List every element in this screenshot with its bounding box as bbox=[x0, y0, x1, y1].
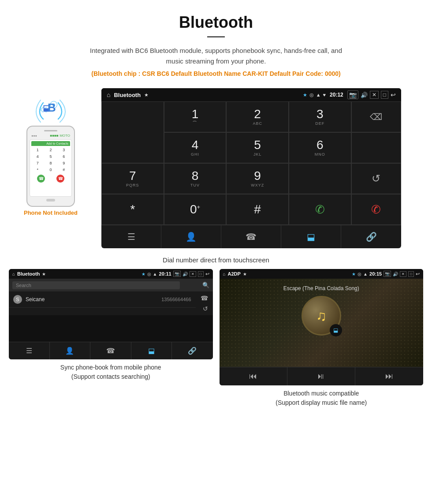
header-description: Integrated with BC6 Bluetooth module, su… bbox=[84, 45, 348, 67]
location-icon: ◎ bbox=[309, 92, 314, 98]
dial-key-8[interactable]: 8TUV bbox=[164, 163, 227, 194]
dial-grid-icon[interactable]: ☰ bbox=[101, 225, 161, 248]
status-title: Bluetooth bbox=[114, 92, 141, 98]
pb-status-bar: ⌂ Bluetooth ★ ★ ◎ ▲ 20:11 📷 🔊 ✕ □ ↩ bbox=[9, 269, 213, 279]
phonebook-card: ⌂ Bluetooth ★ ★ ◎ ▲ 20:11 📷 🔊 ✕ □ ↩ bbox=[9, 269, 213, 407]
header-specs: (Bluetooth chip : CSR BC6 Default Blueto… bbox=[9, 70, 423, 77]
music-win-icon[interactable]: □ bbox=[408, 271, 414, 277]
camera-icon[interactable]: 📷 bbox=[347, 90, 358, 99]
pb-search-input[interactable]: Search bbox=[12, 281, 180, 289]
bluetooth-status-icon: ★ bbox=[303, 92, 307, 98]
pb-search-bar: Search 🔍 bbox=[9, 279, 213, 291]
phone-not-included-label: Phone Not Included bbox=[24, 209, 78, 216]
phone-area: ⦾ « ⬓ B ●●●■■■■ MOTO Add bbox=[9, 88, 93, 216]
status-time: 20:12 bbox=[330, 92, 343, 98]
dial-phone-icon[interactable]: ☎ bbox=[221, 225, 281, 248]
pb-search-icon[interactable]: 🔍 bbox=[202, 282, 209, 288]
music-usb-icon: ★ bbox=[243, 272, 247, 276]
music-album-art: ♫ ⬓ bbox=[302, 296, 341, 336]
music-vol-icon[interactable]: 🔊 bbox=[393, 272, 398, 276]
phone-bottom-row: ☎ ☎ bbox=[31, 175, 70, 183]
signal-icon: ▲ bbox=[316, 92, 321, 97]
music-note-icon: ♫ bbox=[316, 308, 327, 324]
phone-top-bar: ●●●■■■■ MOTO bbox=[30, 133, 72, 139]
phone-endcall-btn[interactable]: ☎ bbox=[56, 175, 64, 183]
music-card: ⌂ A2DP ★ ★ ◎ ▲ 20:15 📷 🔊 ✕ □ ↩ bbox=[220, 269, 424, 407]
pb-link-icon[interactable]: 🔗 bbox=[172, 342, 213, 359]
pb-bt-bottom-icon[interactable]: ⬓ bbox=[131, 342, 172, 359]
pb-refresh-icon[interactable]: ↺ bbox=[201, 304, 209, 314]
music-bt-status-icon: ★ bbox=[352, 272, 356, 276]
music-controls: ⏮ ⏯ ⏭ bbox=[220, 367, 424, 385]
music-camera-icon[interactable]: 📷 bbox=[384, 271, 391, 277]
back-icon[interactable]: ↩ bbox=[391, 91, 396, 98]
pb-status-right: ★ ◎ ▲ 20:11 📷 🔊 ✕ □ ↩ bbox=[142, 271, 209, 277]
dial-key-2[interactable]: 2ABC bbox=[226, 101, 289, 132]
bottom-section: ⌂ Bluetooth ★ ★ ◎ ▲ 20:11 📷 🔊 ✕ □ ↩ bbox=[0, 269, 432, 416]
page-title: Bluetooth bbox=[9, 13, 423, 32]
car-status-left: ⌂ Bluetooth ★ bbox=[107, 91, 149, 98]
phone-home-button[interactable] bbox=[46, 199, 55, 202]
music-next-icon[interactable]: ⏭ bbox=[355, 367, 423, 385]
pb-contact-name: Seicane bbox=[26, 296, 161, 302]
dial-key-1[interactable]: 1⁀ bbox=[164, 101, 227, 132]
pb-contact-row[interactable]: S Seicane 13566664466 bbox=[9, 291, 196, 308]
volume-icon[interactable]: 🔊 bbox=[361, 92, 368, 98]
music-time: 20:15 bbox=[369, 271, 382, 276]
pb-usb-icon: ★ bbox=[42, 272, 46, 276]
pb-spacer bbox=[9, 315, 213, 342]
dial-backspace[interactable]: ⌫ bbox=[351, 101, 401, 132]
pb-grid-icon[interactable]: ☰ bbox=[9, 342, 50, 359]
music-home-icon[interactable]: ⌂ bbox=[223, 272, 226, 276]
music-signal-icon: ▲ bbox=[363, 272, 368, 276]
bluetooth-icon-area: ⦾ « ⬓ B bbox=[37, 97, 64, 123]
dial-key-9[interactable]: 9WXYZ bbox=[226, 163, 289, 194]
music-play-pause-icon[interactable]: ⏯ bbox=[287, 367, 355, 385]
dial-key-hash[interactable]: # bbox=[226, 194, 289, 225]
music-screen: ⌂ A2DP ★ ★ ◎ ▲ 20:15 📷 🔊 ✕ □ ↩ bbox=[220, 269, 424, 385]
music-x-icon[interactable]: ✕ bbox=[400, 271, 406, 277]
pb-title: Bluetooth bbox=[17, 271, 40, 276]
pb-win-icon[interactable]: □ bbox=[198, 271, 204, 277]
dial-key-3[interactable]: 3DEF bbox=[289, 101, 351, 132]
dial-call-green[interactable]: ✆ bbox=[289, 194, 351, 225]
dial-key-6[interactable]: 6MNO bbox=[289, 132, 351, 163]
dial-key-4[interactable]: 4GHI bbox=[164, 132, 227, 163]
music-location-icon: ◎ bbox=[358, 272, 361, 276]
music-bt-overlay-icon: ⬓ bbox=[330, 324, 342, 336]
dial-refresh[interactable]: ↺ bbox=[351, 163, 401, 194]
pb-contacts-list: S Seicane 13566664466 bbox=[9, 291, 196, 315]
dial-key-5[interactable]: 5JKL bbox=[226, 132, 289, 163]
music-caption: Bluetooth music compatible (Support disp… bbox=[220, 389, 424, 407]
pb-camera-icon[interactable]: 📷 bbox=[173, 271, 181, 277]
dial-key-7[interactable]: 7PQRS bbox=[101, 163, 164, 194]
pb-right-actions: ☎ ↺ bbox=[196, 291, 213, 315]
dial-key-star[interactable]: * bbox=[101, 194, 164, 225]
pb-home-icon[interactable]: ⌂ bbox=[12, 272, 15, 276]
home-icon[interactable]: ⌂ bbox=[107, 91, 110, 98]
dial-display-area bbox=[101, 101, 164, 163]
music-back-icon[interactable]: ↩ bbox=[416, 271, 420, 277]
dial-link-icon[interactable]: 🔗 bbox=[341, 225, 401, 248]
pb-user-icon[interactable]: 👤 bbox=[50, 342, 91, 359]
pb-status-left: ⌂ Bluetooth ★ bbox=[12, 271, 46, 276]
header-divider bbox=[207, 36, 225, 37]
phone-call-btn[interactable]: ☎ bbox=[37, 175, 45, 183]
dial-contacts-icon[interactable]: 👤 bbox=[161, 225, 221, 248]
dial-bottom-bar: ☰ 👤 ☎ ⬓ 🔗 bbox=[101, 225, 401, 248]
phone-screen-header: Add to Contacts bbox=[31, 141, 70, 146]
window-icon[interactable]: □ bbox=[381, 91, 388, 99]
pb-back-icon[interactable]: ↩ bbox=[205, 271, 209, 277]
music-prev-icon[interactable]: ⏮ bbox=[220, 367, 287, 385]
pb-x-icon[interactable]: ✕ bbox=[190, 271, 196, 277]
pb-call-icon[interactable]: ☎ bbox=[199, 293, 209, 303]
dial-caption: Dial number direct from touchscreen bbox=[0, 253, 432, 269]
close-icon[interactable]: ✕ bbox=[370, 91, 379, 99]
dial-bluetooth-icon[interactable]: ⬓ bbox=[281, 225, 341, 248]
pb-phone-icon[interactable]: ☎ bbox=[90, 342, 131, 359]
dial-call-red[interactable]: ✆ bbox=[351, 194, 401, 225]
dial-key-0[interactable]: 0+ bbox=[164, 194, 227, 225]
music-status-bar: ⌂ A2DP ★ ★ ◎ ▲ 20:15 📷 🔊 ✕ □ ↩ bbox=[220, 269, 424, 279]
pb-vol-icon[interactable]: 🔊 bbox=[182, 272, 188, 276]
dial-grid: 1⁀ 2ABC 3DEF ⌫ 4GHI 5JKL 6MNO bbox=[101, 101, 401, 225]
